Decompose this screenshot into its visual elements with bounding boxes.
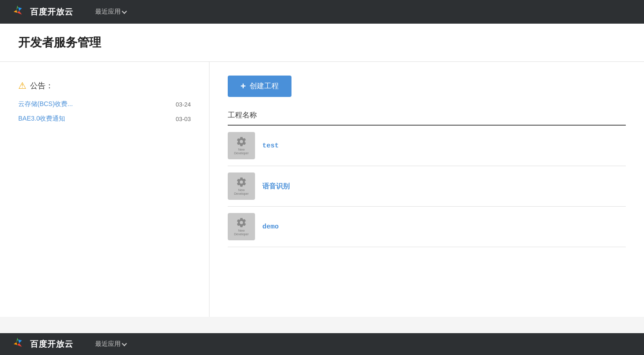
project-icon-speech: NewDeveloper [228, 172, 255, 200]
gear-icon [236, 136, 247, 147]
left-panel: ⚠ 公告： 云存储(BCS)收费... 03-24 BAE3.0收费通知 03-… [0, 62, 210, 317]
page-title-bar: 开发者服务管理 [0, 24, 644, 62]
table-header: 工程名称 [228, 111, 626, 126]
project-name-speech[interactable]: 语音识别 [262, 182, 290, 191]
plus-icon: + [240, 81, 246, 91]
gear-icon [236, 217, 247, 228]
announcement-title-text: 公告： [30, 81, 53, 91]
table-row: NewDeveloper test [228, 126, 626, 166]
footer-logo-area[interactable]: 百度开放云 [9, 336, 73, 352]
footer-menu: 最近应用 [92, 338, 130, 350]
gear-icon [236, 177, 247, 188]
footer-baidu-logo-icon [9, 336, 26, 352]
right-panel: + 创建工程 工程名称 NewDeveloper test [210, 62, 644, 317]
logo-area[interactable]: 百度开放云 [9, 4, 73, 20]
bulb-icon: ⚠ [18, 80, 26, 91]
main-content: ⚠ 公告： 云存储(BCS)收费... 03-24 BAE3.0收费通知 03-… [0, 62, 644, 317]
announcement-heading: ⚠ 公告： [18, 80, 191, 91]
footer-recent-apps-menu[interactable]: 最近应用 [92, 338, 130, 350]
project-icon-label-speech: NewDeveloper [234, 188, 249, 196]
projects-table: 工程名称 NewDeveloper test NewDeveloper [228, 111, 626, 247]
table-row: NewDeveloper 语音识别 [228, 166, 626, 207]
list-item: 云存储(BCS)收费... 03-24 [18, 100, 191, 108]
recent-apps-label: 最近应用 [95, 8, 121, 16]
announcement-list: 云存储(BCS)收费... 03-24 BAE3.0收费通知 03-03 [18, 100, 191, 123]
baidu-logo-icon [9, 4, 26, 20]
project-icon-test: NewDeveloper [228, 132, 255, 159]
project-name-test[interactable]: test [262, 142, 279, 150]
table-row: NewDeveloper demo [228, 207, 626, 247]
top-navbar: 百度开放云 最近应用 [0, 0, 644, 24]
list-item: BAE3.0收费通知 03-03 [18, 115, 191, 123]
footer-navbar: 百度开放云 最近应用 [0, 333, 644, 355]
create-project-button[interactable]: + 创建工程 [228, 76, 291, 97]
project-icon-demo: NewDeveloper [228, 213, 255, 240]
announcement-date-1: 03-24 [176, 101, 191, 108]
announcement-date-2: 03-03 [176, 116, 191, 122]
project-icon-label-demo: NewDeveloper [234, 229, 249, 237]
header-menu: 最近应用 [92, 6, 130, 18]
announcement-link-1[interactable]: 云存储(BCS)收费... [18, 100, 73, 108]
footer-chevron-down-icon [122, 341, 127, 346]
announcement-link-2[interactable]: BAE3.0收费通知 [18, 115, 65, 123]
footer-recent-apps-label: 最近应用 [95, 340, 121, 348]
recent-apps-menu[interactable]: 最近应用 [92, 6, 130, 18]
brand-name: 百度开放云 [30, 6, 73, 17]
project-name-demo[interactable]: demo [262, 223, 279, 231]
project-icon-label-test: NewDeveloper [234, 148, 249, 156]
page-title: 开发者服务管理 [18, 35, 626, 51]
footer-brand-name: 百度开放云 [30, 339, 73, 350]
create-button-label: 创建工程 [250, 81, 279, 91]
chevron-down-icon [122, 9, 127, 14]
